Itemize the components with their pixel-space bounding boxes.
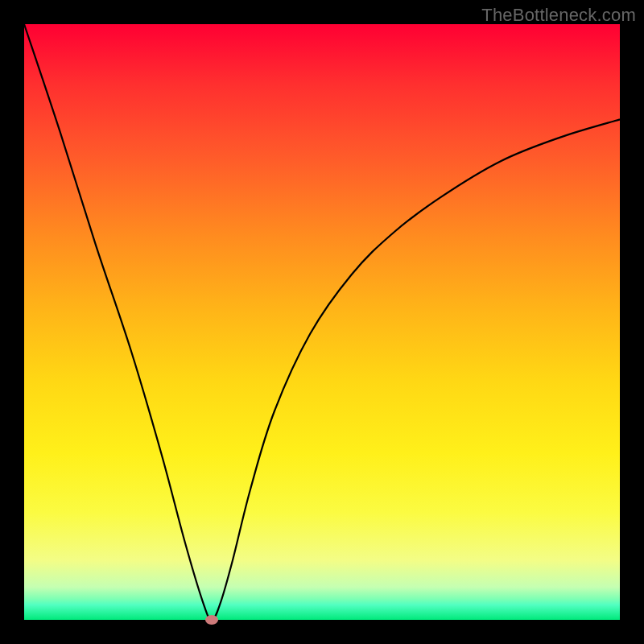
minimum-marker (205, 615, 218, 625)
plot-area (24, 24, 620, 620)
bottleneck-curve-path (24, 24, 620, 620)
chart-frame: TheBottleneck.com (0, 0, 644, 644)
curve-svg (24, 24, 620, 620)
watermark-text: TheBottleneck.com (481, 5, 636, 26)
